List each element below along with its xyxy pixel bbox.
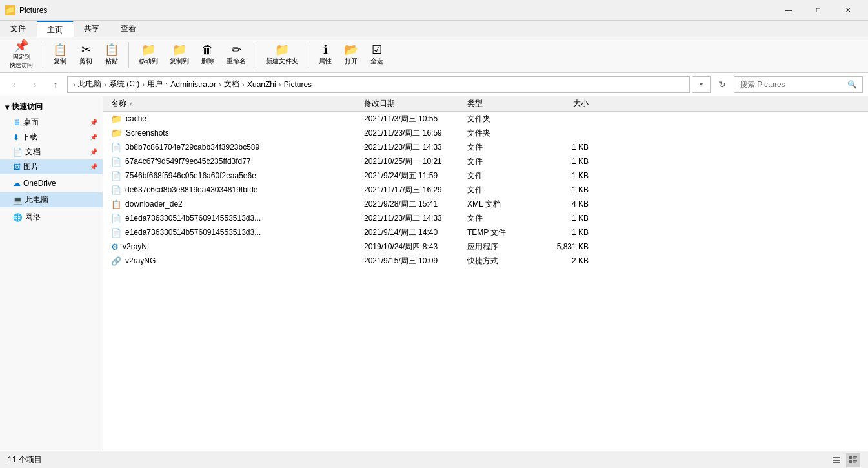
sidebar-quickaccess-label: 快速访问 xyxy=(12,101,43,112)
path-c[interactable]: 系统 (C:) xyxy=(109,79,139,90)
minimize-button[interactable]: — xyxy=(774,0,803,21)
file-name: e1eda736330514b5760914553513d3... xyxy=(125,228,261,237)
sidebar-section-pc: 💻 此电脑 xyxy=(0,192,103,207)
sidebar-item-downloads[interactable]: ⬇ 下载 📌 xyxy=(0,130,103,145)
file-column-headers: 名称 ∧ 修改日期 类型 大小 xyxy=(103,96,868,112)
onedrive-icon: ☁ xyxy=(13,179,21,188)
move-to-button[interactable]: 📁 移动到 xyxy=(134,41,163,69)
sidebar-quickaccess-header[interactable]: ▾ 快速访问 xyxy=(0,99,103,115)
cut-button[interactable]: ✂ 剪切 xyxy=(74,41,97,69)
col-header-type[interactable]: 类型 xyxy=(465,98,542,109)
rename-button[interactable]: ✏ 重命名 xyxy=(222,41,250,69)
status-bar: 11 个项目 xyxy=(0,451,868,468)
file-type-cell: 文件 xyxy=(465,185,542,196)
file-modified-cell: 2021/9/28/周二 15:41 xyxy=(361,199,465,210)
close-button[interactable]: ✕ xyxy=(833,0,863,21)
file-name-cell: 📄 e1eda736330514b5760914553513d3... xyxy=(103,228,361,238)
table-row[interactable]: 📁 Screenshots 2021/11/23/周二 16:59 文件夹 xyxy=(103,126,868,140)
file-size-cell: 1 KB xyxy=(542,157,594,166)
sidebar-item-thispc[interactable]: 💻 此电脑 xyxy=(0,192,103,207)
file-modified-cell: 2021/9/24/周五 11:59 xyxy=(361,170,465,181)
sidebar-section-onedrive: ☁ OneDrive xyxy=(0,177,103,190)
col-header-modified[interactable]: 修改日期 xyxy=(361,98,465,109)
path-docs[interactable]: 文档 xyxy=(224,79,239,90)
file-name: de637c6cd8b3e8819ea43034819fbfde xyxy=(125,185,258,194)
list-view-button[interactable] xyxy=(829,453,843,467)
refresh-button[interactable]: ↻ xyxy=(713,76,731,93)
back-button[interactable]: ‹ xyxy=(5,76,23,94)
file-icon: 📄 xyxy=(111,171,121,181)
file-type-cell: 应用程序 xyxy=(465,241,542,252)
table-row[interactable]: 🔗 v2rayNG 2021/9/15/周三 10:09 快捷方式 2 KB xyxy=(103,254,868,268)
sidebar-item-desktop[interactable]: 🖥 桌面 📌 xyxy=(0,115,103,130)
maximize-button[interactable]: □ xyxy=(803,0,833,21)
file-type-cell: TEMP 文件 xyxy=(465,227,542,238)
file-name-cell: 📁 cache xyxy=(103,114,361,124)
table-row[interactable]: 📄 de637c6cd8b3e8819ea43034819fbfde 2021/… xyxy=(103,183,868,197)
table-row[interactable]: ⚙ v2rayN 2019/10/24/周四 8:43 应用程序 5,831 K… xyxy=(103,239,868,254)
details-view-button[interactable] xyxy=(846,453,860,467)
tab-view[interactable]: 查看 xyxy=(110,21,147,37)
open-button[interactable]: 📂 打开 xyxy=(339,41,363,69)
file-name: 7546bf668f5946c05e16a60f2eaa5e6e xyxy=(125,171,256,180)
path-users[interactable]: 用户 xyxy=(147,79,163,90)
select-all-button[interactable]: ☑ 全选 xyxy=(365,41,389,69)
delete-button[interactable]: 🗑 删除 xyxy=(196,41,219,69)
col-type-label: 类型 xyxy=(467,99,483,108)
properties-button[interactable]: ℹ 属性 xyxy=(314,41,337,69)
tab-home[interactable]: 主页 xyxy=(37,21,74,37)
search-input[interactable] xyxy=(740,80,845,89)
address-bar: ‹ › ↑ › 此电脑 › 系统 (C:) › 用户 › Administrat… xyxy=(0,73,868,96)
table-row[interactable]: 📁 cache 2021/11/3/周三 10:55 文件夹 xyxy=(103,112,868,126)
properties-icon: ℹ xyxy=(323,44,328,56)
file-type-cell: 快捷方式 xyxy=(465,256,542,267)
file-icon: 🔗 xyxy=(111,256,121,266)
paste-button[interactable]: 📋 粘贴 xyxy=(100,41,123,69)
table-row[interactable]: 📄 e1eda736330514b5760914553513d3... 2021… xyxy=(103,225,868,239)
new-folder-button[interactable]: 📁 新建文件夹 xyxy=(261,41,303,69)
svg-rect-6 xyxy=(849,460,852,463)
sidebar-item-onedrive[interactable]: ☁ OneDrive xyxy=(0,177,103,190)
sidebar-item-label: 下载 xyxy=(22,132,37,143)
pin-icon-pictures: 📌 xyxy=(90,163,97,170)
col-size-label: 大小 xyxy=(573,99,589,108)
pin-quickaccess-button[interactable]: 📌 固定到快速访问 xyxy=(5,41,37,69)
address-dropdown-button[interactable]: ▾ xyxy=(692,76,711,93)
sidebar-item-pictures[interactable]: 🖼 图片 📌 xyxy=(0,159,103,174)
file-name-cell: 📄 de637c6cd8b3e8819ea43034819fbfde xyxy=(103,185,361,195)
up-button[interactable]: ↑ xyxy=(46,76,65,94)
file-size-cell: 5,831 KB xyxy=(542,242,594,251)
col-header-size[interactable]: 大小 xyxy=(542,98,594,109)
copy-button[interactable]: 📋 复制 xyxy=(48,41,72,69)
svg-rect-0 xyxy=(833,457,840,458)
tab-file[interactable]: 文件 xyxy=(0,21,37,37)
table-row[interactable]: 📄 3b8b7c861704e729cabb34f3923bc589 2021/… xyxy=(103,140,868,154)
table-row[interactable]: 📄 e1eda736330514b5760914553513d3... 2021… xyxy=(103,211,868,225)
col-header-name[interactable]: 名称 ∧ xyxy=(103,98,361,109)
forward-button[interactable]: › xyxy=(26,76,44,94)
sidebar-item-network[interactable]: 🌐 网络 xyxy=(0,210,103,225)
sidebar-item-documents[interactable]: 📄 文档 📌 xyxy=(0,145,103,159)
search-icon: 🔍 xyxy=(847,80,857,89)
sidebar-onedrive-label: OneDrive xyxy=(23,179,56,188)
svg-rect-3 xyxy=(849,456,852,459)
table-row[interactable]: 📄 7546bf668f5946c05e16a60f2eaa5e6e 2021/… xyxy=(103,168,868,183)
pc-icon: 💻 xyxy=(13,196,23,205)
path-pictures[interactable]: Pictures xyxy=(284,80,312,89)
file-modified-cell: 2021/11/23/周二 14:33 xyxy=(361,142,465,153)
pin-icon-downloads: 📌 xyxy=(90,134,97,141)
search-box: 🔍 xyxy=(734,76,863,93)
file-icon: 📄 xyxy=(111,214,121,223)
table-row[interactable]: 📋 downloader_de2 2021/9/28/周二 15:41 XML … xyxy=(103,197,868,211)
path-admin[interactable]: Administrator xyxy=(170,80,216,89)
copy-to-button[interactable]: 📁 复制到 xyxy=(165,41,194,69)
delete-icon: 🗑 xyxy=(202,44,214,56)
file-modified-cell: 2021/9/14/周二 14:40 xyxy=(361,227,465,238)
ribbon-separator-2 xyxy=(128,42,129,68)
path-xuanzhi[interactable]: XuanZhi xyxy=(247,80,276,89)
address-path[interactable]: › 此电脑 › 系统 (C:) › 用户 › Administrator › 文… xyxy=(67,76,690,93)
tab-share[interactable]: 共享 xyxy=(74,21,110,37)
table-row[interactable]: 📄 67a4c67f9d549f79ec45c235ffd3fd77 2021/… xyxy=(103,154,868,168)
path-pc[interactable]: 此电脑 xyxy=(78,79,101,90)
file-size-cell: 4 KB xyxy=(542,199,594,209)
